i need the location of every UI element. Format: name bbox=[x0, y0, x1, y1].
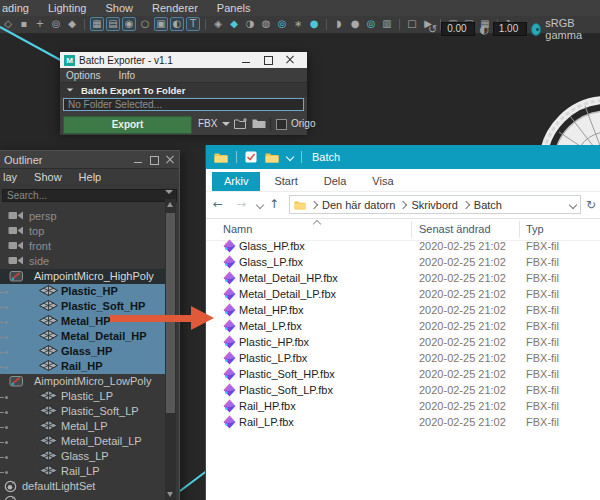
properties-check-icon[interactable] bbox=[245, 151, 257, 163]
outliner-titlebar[interactable]: Outliner bbox=[0, 151, 179, 169]
outliner-item-AimpointMicro_HighPoly[interactable]: AimpointMicro_HighPoly bbox=[0, 269, 165, 284]
solid-diamond-tool-icon[interactable]: ◆ bbox=[65, 17, 79, 31]
outliner-menu-item[interactable]: lay bbox=[3, 171, 17, 183]
plane-snap-icon[interactable]: ▣ bbox=[154, 17, 168, 31]
circle-tool-icon[interactable]: ○ bbox=[138, 17, 152, 31]
breadcrumb-segment[interactable]: Skrivbord bbox=[411, 199, 457, 211]
file-row[interactable]: Glass_HP.fbx2020-02-25 21:02FBX-fil bbox=[206, 238, 600, 254]
file-row[interactable]: Plastic_Soft_LP.fbx2020-02-25 21:02FBX-f… bbox=[206, 382, 600, 398]
file-row[interactable]: Rail_LP.fbx2020-02-25 21:02FBX-fil bbox=[206, 414, 600, 430]
file-row[interactable]: Metal_LP.fbx2020-02-25 21:02FBX-fil bbox=[206, 318, 600, 334]
open-folder-icon[interactable] bbox=[252, 117, 266, 131]
origo-checkbox[interactable] bbox=[276, 119, 287, 130]
maximize-icon[interactable] bbox=[261, 55, 283, 65]
outliner-item-Glass_HP[interactable]: Glass_HP bbox=[0, 344, 165, 359]
batch-exporter-menu-item[interactable]: Options bbox=[66, 70, 100, 81]
add-tool-icon[interactable]: + bbox=[33, 17, 47, 31]
point-snap-icon[interactable]: ◉ bbox=[122, 17, 136, 31]
rotate-snap-icon[interactable]: ↺ bbox=[428, 23, 437, 36]
column-divider[interactable] bbox=[411, 221, 412, 238]
rotate-snap-field[interactable]: 0.00 bbox=[441, 22, 475, 36]
scroll-up-icon[interactable] bbox=[167, 202, 173, 207]
target-tool-icon[interactable]: ◎ bbox=[49, 17, 63, 31]
outliner-item-Rail_LP[interactable]: Rail_LP bbox=[0, 464, 165, 479]
shaded-display-icon[interactable]: ◑ bbox=[243, 17, 257, 31]
breadcrumb[interactable]: Den här datornSkrivbordBatch bbox=[311, 199, 502, 211]
outliner-item-Glass_LP[interactable]: Glass_LP bbox=[0, 449, 165, 464]
scale-snap-field[interactable]: 1.00 bbox=[493, 22, 527, 36]
outliner-item-Metal_HP[interactable]: Metal_HP bbox=[0, 314, 165, 329]
marker-tool-icon[interactable]: ▪ bbox=[17, 17, 31, 31]
column-header-type[interactable]: Typ bbox=[526, 223, 544, 235]
outliner-item-AimpointMicro_LowPoly[interactable]: AimpointMicro_LowPoly bbox=[0, 374, 165, 389]
file-row[interactable]: Rail_HP.fbx2020-02-25 21:02FBX-fil bbox=[206, 398, 600, 414]
batch-exporter-titlebar[interactable]: M Batch Exporter - v1.1 bbox=[60, 52, 307, 68]
breadcrumb-segment[interactable]: Batch bbox=[474, 199, 502, 211]
outliner-item-Plastic_Soft_HP[interactable]: Plastic_Soft_HP bbox=[0, 299, 165, 314]
half-circle-icon[interactable]: ◗ bbox=[332, 17, 346, 31]
close-icon[interactable] bbox=[283, 55, 305, 65]
outliner-item-Plastic_LP[interactable]: Plastic_LP bbox=[0, 389, 165, 404]
column-header-name[interactable]: Namn bbox=[223, 223, 252, 235]
outliner-item-top[interactable]: top bbox=[0, 224, 165, 239]
stripes-icon[interactable]: ▥ bbox=[380, 17, 394, 31]
column-header-modified[interactable]: Senast ändrad bbox=[419, 223, 491, 235]
folder-path-field[interactable] bbox=[63, 98, 304, 111]
outliner-item-side[interactable]: side bbox=[0, 254, 165, 269]
wireframe-display-icon[interactable]: ◎ bbox=[275, 17, 289, 31]
address-dropdown-caret-icon[interactable] bbox=[569, 200, 577, 208]
minimize-icon[interactable] bbox=[239, 55, 261, 65]
file-row[interactable]: Glass_LP.fbx2020-02-25 21:02FBX-fil bbox=[206, 254, 600, 270]
half-tool-icon[interactable]: ◐ bbox=[170, 17, 184, 31]
maya-menu-item[interactable]: Show bbox=[105, 2, 133, 14]
ribbon-tab-visa[interactable]: Visa bbox=[360, 172, 405, 191]
light-display-icon[interactable]: ∗ bbox=[291, 17, 305, 31]
file-row[interactable]: Metal_Detail_HP.fbx2020-02-25 21:02FBX-f… bbox=[206, 270, 600, 286]
lattice-icon[interactable]: ◈ bbox=[211, 17, 225, 31]
qat-customize-caret-icon[interactable] bbox=[286, 153, 294, 161]
refresh-icon[interactable]: ↻ bbox=[586, 198, 596, 212]
outliner-item-front[interactable]: front bbox=[0, 239, 165, 254]
scale-snap-icon[interactable]: ◐ bbox=[479, 23, 489, 36]
breadcrumb-segment[interactable]: Den här datorn bbox=[322, 199, 395, 211]
maya-menu-item[interactable]: ading bbox=[2, 2, 29, 14]
curve-snap-icon[interactable]: ▤ bbox=[106, 17, 120, 31]
color-management-icon[interactable] bbox=[531, 23, 542, 36]
outliner-menu-item[interactable]: Help bbox=[79, 171, 102, 183]
recent-locations-caret-icon[interactable] bbox=[256, 201, 264, 209]
file-row[interactable]: Plastic_HP.fbx2020-02-25 21:02FBX-fil bbox=[206, 334, 600, 350]
outliner-item-Plastic_Soft_LP[interactable]: Plastic_Soft_LP bbox=[0, 404, 165, 419]
outliner-item-persp[interactable]: persp bbox=[0, 209, 165, 224]
ribbon-tab-start[interactable]: Start bbox=[262, 172, 309, 191]
address-bar[interactable]: Den här datornSkrivbordBatch bbox=[289, 195, 581, 214]
outliner-item-Metal_Detail_LP[interactable]: Metal_Detail_LP bbox=[0, 434, 165, 449]
outliner-item-Metal_Detail_HP[interactable]: Metal_Detail_HP bbox=[0, 329, 165, 344]
file-row[interactable]: Plastic_Soft_HP.fbx2020-02-25 21:02FBX-f… bbox=[206, 366, 600, 382]
ribbon-tab-arkiv[interactable]: Arkiv bbox=[212, 172, 260, 191]
explorer-titlebar[interactable]: Batch bbox=[206, 145, 600, 169]
gamma-selector[interactable]: sRGB gamma bbox=[545, 17, 600, 41]
ring-icon[interactable]: ◎ bbox=[364, 17, 378, 31]
column-divider[interactable] bbox=[519, 221, 520, 238]
maya-menu-item[interactable]: Lighting bbox=[48, 2, 87, 14]
search-filter-caret-icon[interactable] bbox=[165, 190, 173, 194]
quick-access-folder-icon[interactable] bbox=[214, 152, 228, 163]
cube-display-icon[interactable]: ◆ bbox=[227, 17, 241, 31]
outliner-item-Plastic_HP[interactable]: Plastic_HP bbox=[0, 284, 165, 299]
outliner-item-defaultLightSet[interactable]: defaultLightSet bbox=[0, 479, 165, 494]
sphere-display-icon[interactable]: ● bbox=[307, 17, 321, 31]
scroll-down-icon[interactable] bbox=[167, 492, 173, 497]
back-icon[interactable]: ← bbox=[213, 197, 223, 211]
up-icon[interactable]: ↑ bbox=[269, 197, 279, 211]
dot-icon[interactable]: ● bbox=[348, 17, 362, 31]
maximize-icon[interactable] bbox=[147, 155, 163, 165]
outliner-item-partial[interactable] bbox=[0, 494, 165, 500]
outliner-scrollbar[interactable] bbox=[165, 199, 176, 500]
outliner-item-Rail_HP[interactable]: Rail_HP bbox=[0, 359, 165, 374]
file-row[interactable]: Metal_Detail_LP.fbx2020-02-25 21:02FBX-f… bbox=[206, 286, 600, 302]
grid-snap-icon[interactable]: ▦ bbox=[90, 17, 104, 31]
minimize-icon[interactable] bbox=[131, 155, 147, 165]
text-tool-icon[interactable]: T bbox=[186, 17, 200, 31]
maya-menu-item[interactable]: Panels bbox=[217, 2, 251, 14]
export-button[interactable]: Export bbox=[63, 116, 192, 134]
